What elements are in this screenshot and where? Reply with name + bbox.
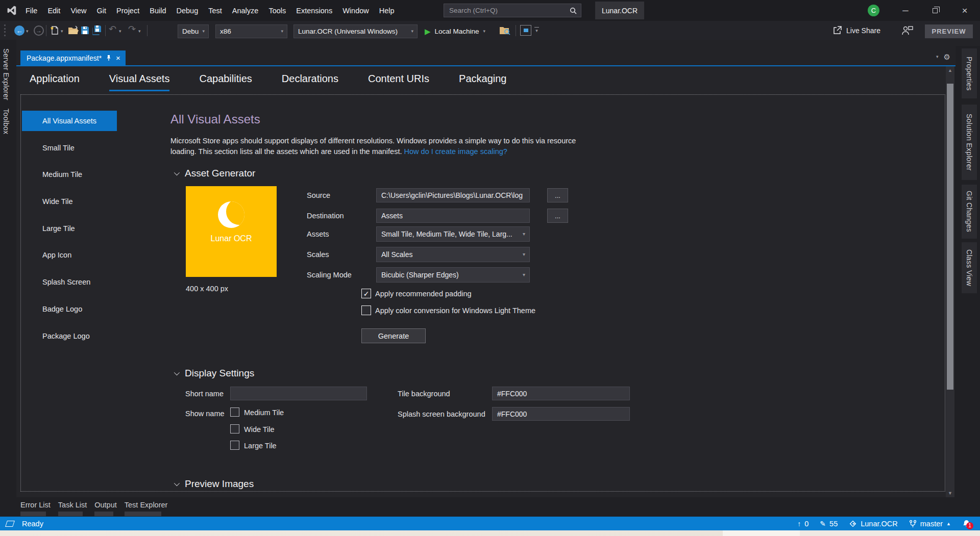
generate-button[interactable]: Generate (361, 328, 426, 343)
preview-features-button[interactable]: PREVIEW (925, 24, 973, 38)
display-settings-section-header[interactable]: Display Settings (174, 368, 254, 379)
tab-packaging[interactable]: Packaging (459, 73, 506, 91)
start-debugging-button[interactable]: ▶ Local Machine ▾ (425, 24, 485, 38)
editor-scrollbar[interactable]: ▲ ▼ (946, 66, 954, 497)
list-item-badge-logo[interactable]: Badge Logo (22, 299, 117, 319)
list-item-large-tile[interactable]: Large Tile (22, 218, 117, 239)
list-item-package-logo[interactable]: Package Logo (22, 326, 117, 346)
menu-test[interactable]: Test (203, 7, 227, 15)
back-dropdown-chevron-icon[interactable]: ▾ (26, 29, 29, 34)
tab-capabilities[interactable]: Capabilities (199, 73, 252, 91)
color-conversion-checkbox[interactable] (361, 305, 371, 315)
menu-build[interactable]: Build (144, 7, 171, 15)
source-input[interactable]: C:\Users\gclin\Pictures\Blogs\Lunar.OCR\… (376, 188, 530, 202)
feedback-icon[interactable] (901, 25, 914, 36)
scroll-down-icon[interactable]: ▼ (946, 491, 954, 496)
short-name-input[interactable] (230, 387, 367, 400)
configuration-dropdown[interactable]: Debug ▾ (178, 24, 209, 38)
asset-generator-section-header[interactable]: Asset Generator (174, 168, 255, 179)
menu-git[interactable]: Git (92, 7, 112, 15)
undo-icon[interactable]: ↶ (109, 24, 116, 34)
notifications-button[interactable]: 1 (962, 519, 971, 528)
tab-output[interactable]: Output (94, 501, 117, 516)
startup-project-dropdown[interactable]: Lunar.OCR (Universal Windows) ▾ (293, 24, 418, 38)
destination-input[interactable]: Assets (376, 209, 530, 223)
preview-images-section-header[interactable]: Preview Images (174, 478, 254, 490)
apply-padding-checkbox[interactable]: ✓ (361, 289, 371, 298)
menu-tools[interactable]: Tools (263, 7, 291, 15)
scaling-mode-dropdown[interactable]: Bicubic (Sharper Edges) ▾ (376, 267, 530, 283)
sidebar-item-solution-explorer[interactable]: Solution Explorer (962, 105, 977, 180)
menu-window[interactable]: Window (337, 7, 374, 15)
live-share-button[interactable]: Live Share (832, 25, 880, 35)
tab-close-icon[interactable]: × (116, 54, 120, 62)
tab-error-list[interactable]: Error List (20, 501, 51, 516)
redo-dropdown-chevron-icon[interactable]: ▾ (138, 29, 141, 34)
list-item-app-icon[interactable]: App Icon (22, 245, 117, 265)
restore-button[interactable] (924, 0, 946, 21)
menu-extensions[interactable]: Extensions (291, 7, 337, 15)
branch-picker[interactable]: master ▲ (909, 520, 951, 528)
tab-content-uris[interactable]: Content URIs (368, 73, 429, 91)
toolbar-grip[interactable] (4, 24, 6, 36)
sidebar-item-server-explorer[interactable]: Server Explorer (2, 48, 10, 103)
list-item-small-tile[interactable]: Small Tile (22, 138, 117, 158)
menu-file[interactable]: File (20, 7, 42, 15)
list-item-all-visual-assets[interactable]: All Visual Assets (22, 111, 117, 131)
assets-dropdown[interactable]: Small Tile, Medium Tile, Wide Tile, Larg… (376, 226, 530, 242)
live-visual-tree-icon[interactable] (520, 25, 531, 36)
sidebar-item-properties[interactable]: Properties (962, 48, 977, 98)
open-file-icon[interactable] (68, 25, 80, 36)
document-tab-package-appxmanifest[interactable]: Package.appxmanifest* × (20, 50, 126, 65)
account-avatar[interactable]: C (868, 5, 879, 16)
new-item-dropdown-chevron-icon[interactable]: ▾ (61, 29, 63, 34)
document-options-gear-icon[interactable]: ⚙ (944, 53, 950, 61)
tab-visual-assets[interactable]: Visual Assets (109, 73, 170, 91)
list-item-medium-tile[interactable]: Medium Tile (22, 164, 117, 185)
save-icon[interactable] (81, 26, 89, 35)
menu-project[interactable]: Project (111, 7, 144, 15)
sidebar-item-class-view[interactable]: Class View (962, 242, 977, 293)
sidebar-item-toolbox[interactable]: Toolbox (2, 109, 10, 136)
redo-icon[interactable]: ↷ (128, 24, 136, 34)
pending-edits-counter[interactable]: ✎ 55 (820, 520, 838, 528)
scroll-up-icon[interactable]: ▲ (946, 68, 954, 73)
tab-declarations[interactable]: Declarations (282, 73, 338, 91)
tab-application[interactable]: Application (30, 73, 80, 91)
save-all-icon[interactable] (92, 25, 103, 36)
tab-test-explorer[interactable]: Test Explorer (125, 501, 168, 516)
new-item-icon[interactable] (50, 25, 60, 36)
undo-dropdown-chevron-icon[interactable]: ▾ (119, 29, 121, 34)
list-item-splash-screen[interactable]: Splash Screen (22, 272, 117, 292)
scales-dropdown[interactable]: All Scales ▾ (376, 247, 530, 262)
show-name-large-tile-checkbox[interactable] (230, 441, 239, 450)
git-push-counter[interactable]: ↑ 0 (797, 520, 808, 528)
source-browse-button[interactable]: ... (547, 188, 568, 202)
toolbar-overflow-button[interactable]: ▾ (534, 27, 539, 33)
tile-background-input[interactable]: #FFC000 (492, 387, 630, 400)
tab-task-list[interactable]: Task List (58, 501, 87, 516)
pin-icon[interactable] (106, 55, 111, 61)
splash-background-input[interactable]: #FFC000 (492, 407, 630, 421)
platform-dropdown[interactable]: x86 ▾ (215, 24, 287, 38)
repository-picker[interactable]: Lunar.OCR (849, 520, 898, 528)
sidebar-item-git-changes[interactable]: Git Changes (962, 185, 977, 239)
show-name-wide-tile-checkbox[interactable] (230, 424, 239, 433)
close-button[interactable]: × (953, 0, 976, 21)
minimize-button[interactable]: ─ (894, 0, 917, 21)
menu-debug[interactable]: Debug (171, 7, 203, 15)
show-name-medium-tile-checkbox[interactable] (230, 407, 239, 417)
menu-edit[interactable]: Edit (42, 7, 65, 15)
search-input[interactable]: Search (Ctrl+Q) (444, 4, 581, 17)
scrollbar-thumb[interactable] (947, 84, 953, 390)
list-item-wide-tile[interactable]: Wide Tile (22, 191, 117, 212)
navigate-back-button[interactable]: ← (14, 25, 24, 36)
navigate-forward-button[interactable]: → (34, 25, 44, 36)
menu-analyze[interactable]: Analyze (227, 7, 264, 15)
add-existing-item-icon[interactable] (499, 25, 511, 36)
background-tasks-icon[interactable] (5, 521, 15, 527)
menu-view[interactable]: View (65, 7, 91, 15)
help-link[interactable]: How do I create image scaling? (404, 147, 507, 156)
destination-browse-button[interactable]: ... (547, 209, 568, 223)
menu-help[interactable]: Help (374, 7, 400, 15)
